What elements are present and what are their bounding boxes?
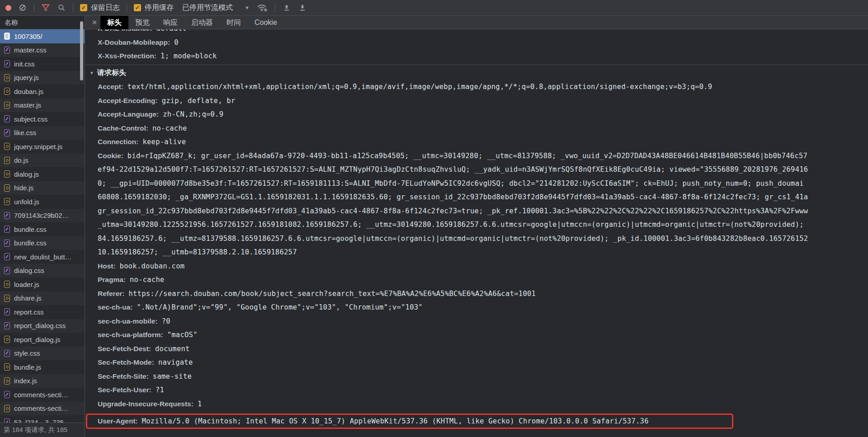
header-line: Connection: keep-alive <box>85 135 868 149</box>
close-icon[interactable]: ✕ <box>89 19 100 27</box>
request-row[interactable]: like.css <box>0 126 85 140</box>
details-tab-bar: ✕ 标头预览响应启动器时间Cookie <box>85 16 868 29</box>
request-row[interactable]: report.css <box>0 305 85 319</box>
header-line: Accept-Encoding: gzip, deflate, br <box>85 94 868 108</box>
request-row[interactable]: master.css <box>0 43 85 57</box>
header-name: Accept-Language: <box>98 108 159 122</box>
export-har-icon[interactable] <box>298 3 307 12</box>
file-type-icon <box>4 363 10 371</box>
file-type-icon <box>4 253 10 260</box>
request-row[interactable]: unfold.js <box>0 195 85 209</box>
header-line: sec-ch-ua: ".Not/A)Brand";v="99", "Googl… <box>85 301 868 315</box>
request-row[interactable]: 7091143c29b02… <box>0 209 85 223</box>
request-row[interactable]: do.js <box>0 154 85 168</box>
network-conditions-icon[interactable] <box>256 3 268 12</box>
request-row[interactable]: jquery.snippet.js <box>0 140 85 154</box>
details-tab[interactable]: Cookie <box>248 16 284 29</box>
file-type-icon <box>4 74 10 81</box>
header-name: X-Xss-Protection: <box>98 49 156 63</box>
request-row[interactable]: dialog.css <box>0 264 85 278</box>
details-tab[interactable]: 标头 <box>100 16 128 29</box>
request-row[interactable]: comments-secti… <box>0 402 85 416</box>
file-type-icon <box>4 267 10 274</box>
request-row[interactable]: hide.js <box>0 181 85 195</box>
header-name: Accept-Encoding: <box>98 94 158 108</box>
header-name: sec-ch-ua-mobile: <box>98 315 158 329</box>
header-value: document <box>155 342 190 356</box>
header-value: no-cache <box>152 122 187 136</box>
request-row[interactable]: bundle.js <box>0 360 85 374</box>
request-headers-section-header[interactable]: ▼ 请求标头 <box>85 66 868 80</box>
details-tab[interactable]: 启动器 <box>184 16 220 29</box>
header-name: Upgrade-Insecure-Requests: <box>98 397 193 411</box>
checkbox-checked-icon[interactable]: ✓ <box>134 4 141 11</box>
request-row[interactable]: douban.js <box>0 85 85 99</box>
import-har-icon[interactable] <box>282 3 291 12</box>
clear-icon[interactable] <box>18 3 27 12</box>
file-type-icon <box>4 377 10 385</box>
request-row[interactable]: new_doulist_butt… <box>0 250 85 264</box>
details-tab[interactable]: 响应 <box>156 16 184 29</box>
request-row[interactable]: subject.css <box>0 112 85 126</box>
request-row[interactable]: loader.js <box>0 277 85 291</box>
request-name: comments-secti… <box>14 404 68 412</box>
header-value: keep-alive <box>142 135 186 149</box>
header-line: sec-ch-ua-mobile: ?0 <box>85 315 868 329</box>
request-row[interactable]: style.css <box>0 347 85 361</box>
header-name: Sec-Fetch-Mode: <box>98 356 154 370</box>
request-name: master.css <box>14 46 47 54</box>
details-tab[interactable]: 预览 <box>128 16 156 29</box>
file-type-icon <box>4 212 10 219</box>
file-type-icon <box>4 198 10 205</box>
header-value: book.douban.com <box>120 259 185 273</box>
request-row[interactable]: init.css <box>0 57 85 71</box>
header-value: 0; __gpi=UID=0000077d8be35e3f:T=16572615… <box>98 177 804 191</box>
sidebar-scrollbar-thumb[interactable] <box>80 21 83 80</box>
header-value: ".Not/A)Brand";v="99", "Google Chrome";v… <box>137 301 423 315</box>
request-row[interactable]: dialog.js <box>0 167 85 181</box>
request-name: loader.js <box>14 281 39 288</box>
request-details-pane: ✕ 标头预览响应启动器时间Cookie X-DAL-Instance: defa… <box>85 16 868 437</box>
request-name: 1007305/ <box>14 33 42 40</box>
header-value: ?1 <box>156 383 164 397</box>
request-row[interactable]: master.js <box>0 99 85 113</box>
header-name: sec-ch-ua: <box>98 301 133 315</box>
preserve-log-checkbox[interactable]: ✓ 保留日志 <box>80 3 120 13</box>
throttling-dropdown[interactable]: 已停用节流模式 ▼ <box>182 3 250 13</box>
header-line: Sec-Fetch-Dest: document <box>85 342 868 356</box>
request-row[interactable]: bundle.css <box>0 236 85 250</box>
request-row[interactable]: dshare.js <box>0 291 85 305</box>
request-list-header-name: 名称 <box>0 16 85 29</box>
chevron-down-icon: ▼ <box>245 5 250 10</box>
header-line: User-Agent: Mozilla/5.0 (Macintosh; Inte… <box>87 415 732 428</box>
request-row[interactable]: bundle.css <box>0 222 85 236</box>
file-type-icon <box>4 102 10 109</box>
request-list-pane: 名称 1007305/ master.css init.css jquery.j… <box>0 16 85 437</box>
request-name: jquery.snippet.js <box>14 143 62 150</box>
request-row[interactable]: index.js <box>0 374 85 388</box>
request-name: dshare.js <box>14 294 42 302</box>
disable-cache-checkbox[interactable]: ✓ 停用缓存 <box>134 3 174 13</box>
request-name: report_dialog.css <box>14 322 66 329</box>
header-line: Sec-Fetch-User: ?1 <box>85 383 868 397</box>
checkbox-checked-icon[interactable]: ✓ <box>80 4 87 11</box>
header-line: Host: book.douban.com <box>85 259 868 273</box>
search-icon[interactable] <box>57 3 66 12</box>
header-value: bid=rIqpKZ687_k; gr_user_id=84ada67a-972… <box>127 149 807 163</box>
header-value: same-site <box>153 370 192 384</box>
request-row[interactable]: report_dialog.js <box>0 333 85 347</box>
filter-icon[interactable] <box>41 3 50 12</box>
request-row[interactable]: jquery.js <box>0 71 85 85</box>
request-row[interactable]: report_dialog.css <box>0 319 85 333</box>
record-icon[interactable] <box>5 5 11 11</box>
toolbar-separator <box>127 3 127 12</box>
request-row[interactable]: 1007305/ <box>0 29 85 43</box>
details-tab[interactable]: 时间 <box>220 16 248 29</box>
header-name: Cache-Control: <box>98 122 148 136</box>
header-value: 10.1659186257; __utmb=81379588.2.10.1659… <box>98 245 297 259</box>
header-line: 10.1659186257; __utmb=81379588.2.10.1659… <box>85 245 868 259</box>
request-row[interactable]: comments-secti… <box>0 388 85 402</box>
header-name: Cookie: <box>98 149 123 163</box>
devtools-network-panel: ✓ 保留日志 ✓ 停用缓存 已停用节流模式 ▼ <box>0 0 868 437</box>
file-type-icon <box>4 184 10 192</box>
